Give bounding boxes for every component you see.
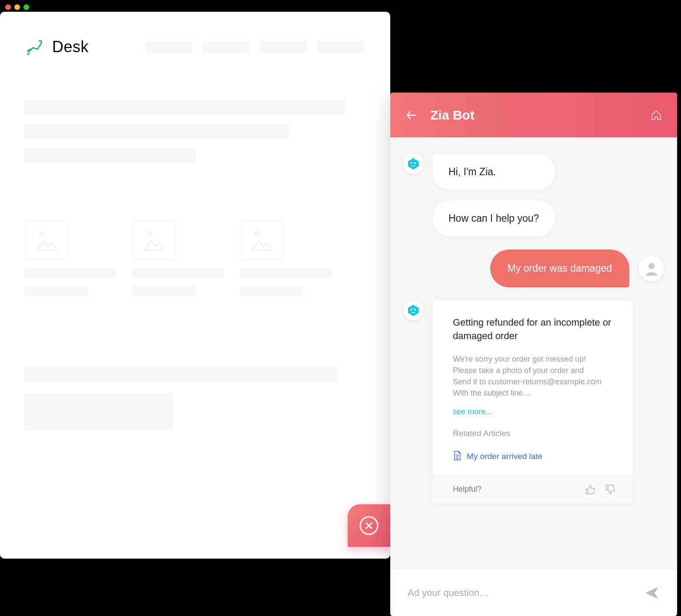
related-articles-label: Related Articles bbox=[453, 429, 615, 438]
article-card: Getting refunded for an incomplete or da… bbox=[433, 300, 633, 503]
skeleton-line bbox=[132, 268, 223, 278]
bot-avatar-icon bbox=[403, 300, 423, 320]
helpful-label: Helpful? bbox=[453, 485, 482, 494]
app-window: Desk bbox=[0, 12, 390, 559]
home-icon[interactable] bbox=[650, 109, 662, 121]
svg-point-7 bbox=[411, 309, 412, 310]
svg-marker-6 bbox=[408, 305, 419, 316]
desk-logo-icon bbox=[26, 38, 44, 56]
thumbs-up-icon[interactable] bbox=[585, 484, 595, 495]
chat-title: Zia Bot bbox=[430, 108, 637, 123]
bot-avatar-icon bbox=[403, 154, 423, 174]
app-header: Desk bbox=[0, 12, 390, 69]
skeleton-line bbox=[24, 268, 116, 278]
skeleton-line bbox=[240, 268, 331, 278]
skeleton-line bbox=[240, 286, 303, 296]
svg-point-2 bbox=[411, 162, 412, 164]
bot-article-row: Getting refunded for an incomplete or da… bbox=[403, 300, 664, 503]
bot-message-row: Hi, I'm Zia. How can I help you? bbox=[403, 154, 664, 236]
chat-panel: Zia Bot Hi, I'm Zia. How can I help you bbox=[390, 93, 677, 616]
nav-item-placeholder bbox=[317, 41, 364, 53]
bot-message: Hi, I'm Zia. bbox=[433, 154, 555, 190]
svg-point-3 bbox=[414, 162, 416, 164]
window-minimize-dot[interactable] bbox=[14, 4, 20, 10]
thumbs-down-icon[interactable] bbox=[605, 484, 615, 495]
chat-body: Hi, I'm Zia. How can I help you? My orde… bbox=[390, 137, 677, 569]
bot-message: How can I help you? bbox=[433, 200, 555, 236]
skeleton-cards bbox=[0, 173, 390, 296]
window-traffic-lights bbox=[5, 4, 29, 10]
skeleton-line bbox=[24, 148, 196, 163]
brand-name: Desk bbox=[52, 38, 89, 56]
close-chat-fab[interactable] bbox=[348, 504, 390, 547]
document-icon bbox=[453, 450, 462, 463]
article-body-text: We're sorry your order got messed up! Pl… bbox=[453, 353, 615, 399]
image-placeholder-icon bbox=[240, 220, 284, 260]
nav-item-placeholder bbox=[260, 41, 307, 53]
svg-marker-1 bbox=[408, 158, 419, 170]
skeleton-line bbox=[132, 286, 195, 296]
bubble-stack: Hi, I'm Zia. How can I help you? bbox=[433, 154, 555, 236]
image-placeholder-icon bbox=[132, 220, 176, 260]
skeleton-line bbox=[24, 124, 289, 139]
related-article-link[interactable]: My order arrived late bbox=[453, 450, 615, 463]
user-message: My order was damaged bbox=[490, 250, 629, 287]
chat-composer bbox=[390, 569, 677, 616]
skeleton-lines bbox=[0, 69, 390, 163]
user-message-row: My order was damaged bbox=[403, 250, 664, 287]
skeleton-line bbox=[24, 393, 173, 430]
nav-placeholder bbox=[145, 41, 364, 53]
nav-item-placeholder bbox=[203, 41, 249, 53]
related-article-text: My order arrived late bbox=[467, 452, 542, 461]
skeleton-line bbox=[24, 286, 87, 296]
skeleton-block bbox=[0, 296, 390, 430]
brand: Desk bbox=[26, 38, 89, 56]
skeleton-card bbox=[132, 220, 223, 296]
image-placeholder-icon bbox=[24, 220, 68, 260]
article-footer: Helpful? bbox=[433, 475, 633, 503]
skeleton-line bbox=[24, 366, 337, 382]
back-arrow-icon[interactable] bbox=[405, 109, 417, 121]
chat-header: Zia Bot bbox=[390, 93, 677, 137]
question-input[interactable] bbox=[408, 587, 635, 599]
nav-item-placeholder bbox=[145, 41, 192, 53]
skeleton-card bbox=[24, 220, 116, 296]
window-zoom-dot[interactable] bbox=[23, 4, 29, 10]
skeleton-line bbox=[24, 100, 346, 114]
svg-point-8 bbox=[414, 309, 416, 310]
send-icon[interactable] bbox=[644, 585, 660, 601]
svg-point-5 bbox=[648, 263, 654, 269]
window-close-dot[interactable] bbox=[5, 4, 11, 10]
skeleton-card bbox=[240, 220, 331, 296]
user-avatar-icon bbox=[639, 256, 664, 281]
article-title: Getting refunded for an incomplete or da… bbox=[453, 316, 615, 343]
see-more-link[interactable]: see more... bbox=[453, 407, 492, 416]
